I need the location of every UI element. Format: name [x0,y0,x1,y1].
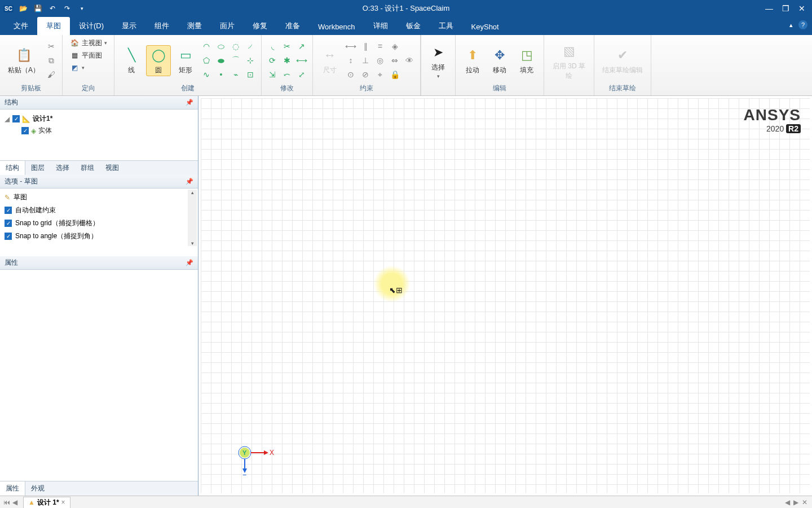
checkbox-icon[interactable]: ✓ [21,127,29,134]
undo-icon[interactable]: ↶ [47,5,58,12]
tree-child-row[interactable]: ✓ ◈ 实体 [5,125,193,137]
spline-icon[interactable]: ∿ [200,68,213,81]
ellipse-icon[interactable]: ⬭ [215,40,227,52]
fill-button[interactable]: ◳填充 [514,45,539,76]
move-button[interactable]: ✥移动 [487,45,512,76]
tab-measure[interactable]: 测量 [178,17,211,35]
tangent-constraint-icon[interactable]: ⊘ [359,68,372,81]
tab-sheetmetal[interactable]: 钣金 [397,17,430,35]
fillet-icon[interactable]: ◟ [266,40,279,52]
plan-view-button[interactable]: ▦平面图 [67,50,104,61]
viewport[interactable]: ANSYS 2020 R2 x z [198,96,812,496]
dimension-button[interactable]: ↔尺寸 [317,45,342,76]
polygon-icon[interactable]: ⬠ [200,54,213,67]
tab-prepare[interactable]: 准备 [276,17,309,35]
vertical-constraint-icon[interactable]: ↕ [345,54,357,67]
iso-view-button[interactable]: ◩▾ [67,62,87,73]
bend-icon[interactable]: ⤺ [281,68,293,81]
tab-sketch[interactable]: 草图 [37,17,70,35]
cut-icon[interactable]: ✂ [45,40,58,52]
tab-detail[interactable]: 详细 [364,17,397,35]
centerline-icon[interactable]: ⊹ [244,54,257,67]
tab-repair[interactable]: 修复 [244,17,276,35]
close-button[interactable]: ✕ [798,4,805,13]
options-scrollbar[interactable]: ▴▾ [188,190,197,246]
doc-next-icon[interactable]: ◀ [785,498,790,506]
pin-icon[interactable]: 📌 [186,178,193,185]
enable-3d-sketch-button[interactable]: ▧启用 3D 草绘 [549,41,589,82]
checkbox-icon[interactable]: ✓ [5,207,12,214]
doc-prev-icon[interactable]: ◀ [12,498,17,506]
offset-icon[interactable]: ⟳ [266,54,279,67]
pull-button[interactable]: ⬆拉动 [460,45,485,76]
tab-workbench[interactable]: Workbench [309,19,364,35]
tab-keyshot[interactable]: KeyShot [462,19,508,35]
equal-constraint-icon[interactable]: = [374,40,386,52]
rectangle-button[interactable]: ▭矩形 [173,45,198,76]
fix-constraint-icon[interactable]: ⌖ [374,68,386,81]
select-button[interactable]: ➤选择▾ [426,42,451,80]
doc-last-icon[interactable]: ▶ [793,498,798,506]
coincident-constraint-icon[interactable]: ⊙ [345,68,357,81]
option-snap-angle[interactable]: ✓ Snap to angle（捕捉到角） [5,230,193,243]
ribbon-collapse-icon[interactable]: ▴ [789,21,793,29]
reference-icon[interactable]: ⊡ [244,68,257,81]
tab-properties[interactable]: 属性 [0,481,25,496]
checkbox-icon[interactable]: ✓ [12,115,20,122]
doc-menu-icon[interactable]: ✕ [802,498,807,506]
maximize-button[interactable]: ❐ [782,4,789,13]
open-icon[interactable]: 📂 [18,5,28,12]
tab-tool[interactable]: 工具 [430,17,462,35]
checkbox-icon[interactable]: ✓ [5,233,12,240]
close-tab-icon[interactable]: × [61,498,65,506]
document-tab[interactable]: ▲ 设计 1* × [23,497,70,508]
redo-icon[interactable]: ↷ [62,5,72,12]
checkbox-icon[interactable]: ✓ [5,220,12,227]
pin-icon[interactable]: 📌 [186,99,193,106]
construction-line-icon[interactable]: ⟋ [244,40,257,52]
option-snap-grid[interactable]: ✓ Snap to grid（捕捉到栅格） [5,217,193,230]
tab-appearance[interactable]: 外观 [25,481,50,496]
horizontal-constraint-icon[interactable]: ⟷ [345,40,357,52]
minimize-button[interactable]: — [765,4,773,13]
trim-icon[interactable]: ✂ [281,40,293,52]
midpoint-constraint-icon[interactable]: ◈ [389,40,401,52]
copy-icon[interactable]: ⧉ [45,54,58,67]
collapse-icon[interactable]: ◢ [5,115,10,123]
split-icon[interactable]: ✱ [281,54,293,67]
symmetric-constraint-icon[interactable]: ⇔ [389,54,401,67]
tab-structure[interactable]: 结构 [0,161,25,175]
help-icon[interactable]: ? [798,20,807,29]
mirror-icon[interactable]: ⟷ [295,54,308,67]
qat-dropdown-icon[interactable]: ▾ [77,6,87,11]
tab-design[interactable]: 设计(D) [70,17,113,35]
paste-button[interactable]: 📋 粘贴（A） [5,45,43,76]
tab-file[interactable]: 文件 [5,17,37,35]
tab-display[interactable]: 显示 [113,17,145,35]
save-icon[interactable]: 💾 [33,5,43,12]
doc-first-icon[interactable]: ⏮ [3,498,10,506]
show-constraints-icon[interactable]: 👁 [403,54,416,67]
line-button[interactable]: ╲线 [119,45,144,76]
tab-facet[interactable]: 面片 [211,17,244,35]
tab-layers[interactable]: 图层 [25,161,50,175]
end-sketch-button[interactable]: ✔结束草绘编辑 [599,45,646,76]
project-icon[interactable]: ⇲ [266,68,279,81]
concentric-constraint-icon[interactable]: ◎ [374,54,386,67]
tab-select[interactable]: 选择 [50,161,75,175]
option-auto-constraint[interactable]: ✓ 自动创建约束 [5,204,193,217]
home-view-button[interactable]: 🏠主视图▾ [67,37,109,49]
arc-tangent-icon[interactable]: ◠ [200,40,213,52]
tab-groups[interactable]: 群组 [75,161,100,175]
text-icon[interactable]: ⌁ [230,68,242,81]
three-point-arc-icon[interactable]: ⌒ [230,54,242,67]
tab-views[interactable]: 视图 [100,161,125,175]
extend-icon[interactable]: ↗ [295,40,308,52]
format-painter-icon[interactable]: 🖌 [45,68,58,81]
parallel-constraint-icon[interactable]: ∥ [359,40,372,52]
lock-constraint-icon[interactable]: 🔒 [389,68,401,81]
point-icon[interactable]: • [215,68,227,81]
scale-icon[interactable]: ⤢ [295,68,308,81]
pin-icon[interactable]: 📌 [186,259,193,266]
construction-circle-icon[interactable]: ◌ [230,40,242,52]
